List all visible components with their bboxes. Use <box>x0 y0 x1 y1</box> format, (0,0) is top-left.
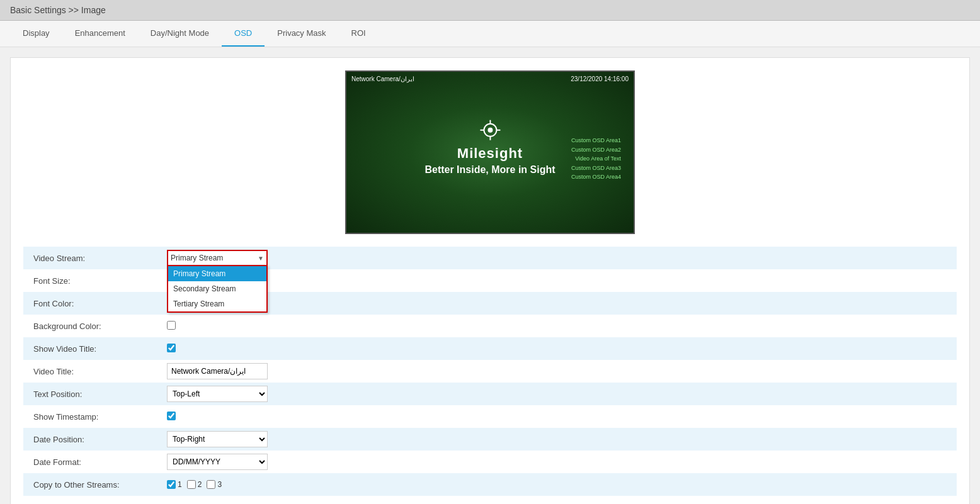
copy-streams-row: Copy to Other Streams: 1 2 3 <box>23 473 957 496</box>
copy-stream-3-label: 3 <box>207 480 222 489</box>
background-color-row: Background Color: <box>23 315 957 337</box>
tabs-bar: Display Enhancement Day/Night Mode OSD P… <box>0 21 980 47</box>
content-area: Network Camera/ایران 23/12/2020 14:16:00… <box>10 57 970 504</box>
tab-roi[interactable]: ROI <box>339 21 379 47</box>
font-size-label: Font Size: <box>23 272 162 289</box>
text-position-control: Top-Left Top-Right Bottom-Left Bottom-Ri… <box>162 383 957 405</box>
osd-overlay-items: Custom OSD Area1 Custom OSD Area2 Video … <box>571 136 621 181</box>
milesight-logo-icon <box>477 118 503 143</box>
tab-privacymask[interactable]: Privacy Mask <box>265 21 338 47</box>
osd-item-2: Custom OSD Area2 <box>571 145 621 154</box>
date-position-label: Date Position: <box>23 431 162 448</box>
video-title-label: Video Title: <box>23 363 162 380</box>
video-stream-row: Video Stream: Primary Stream ▼ Primary S… <box>23 247 957 269</box>
video-stream-label: Video Stream: <box>23 250 162 267</box>
background-color-control <box>162 318 957 334</box>
camera-tagline: Better Inside, More in Sight <box>424 164 555 176</box>
copy-stream-1-text: 1 <box>178 480 182 489</box>
osd-item-4: Custom OSD Area3 <box>571 164 621 172</box>
breadcrumb: Basic Settings >> Image <box>0 0 980 21</box>
dropdown-arrow-icon: ▼ <box>258 255 264 262</box>
date-format-label: Date Format: <box>23 454 162 471</box>
show-video-title-control <box>162 341 957 357</box>
text-position-row: Text Position: Top-Left Top-Right Bottom… <box>23 383 957 405</box>
color-picker-row <box>167 296 952 310</box>
font-size-row: Font Size: Small Medium Large <box>23 269 957 292</box>
date-format-control: DD/MM/YYYY MM/DD/YYYY YYYY/MM/DD <box>162 451 957 473</box>
copy-stream-1-label: 1 <box>167 480 182 489</box>
video-stream-selected-value: Primary Stream <box>171 254 223 262</box>
tab-enhancement[interactable]: Enhancement <box>62 21 138 47</box>
text-position-label: Text Position: <box>23 386 162 403</box>
copy-stream-1-checkbox[interactable] <box>167 480 176 489</box>
date-format-row: Date Format: DD/MM/YYYY MM/DD/YYYY YYYY/… <box>23 451 957 473</box>
camera-title-overlay: Network Camera/ایران <box>351 76 414 82</box>
show-timestamp-control <box>162 409 957 425</box>
copy-stream-3-text: 3 <box>217 480 222 489</box>
video-stream-select[interactable]: Primary Stream ▼ <box>167 250 268 266</box>
text-position-select[interactable]: Top-Left Top-Right Bottom-Left Bottom-Ri… <box>167 386 268 402</box>
copy-stream-3-checkbox[interactable] <box>207 480 215 489</box>
copy-streams-checkboxes: 1 2 3 <box>167 480 952 489</box>
osd-item-5: Custom OSD Area4 <box>571 172 621 181</box>
dropdown-option-secondary[interactable]: Secondary Stream <box>168 281 266 296</box>
date-position-select[interactable]: Top-Left Top-Right Bottom-Left Bottom-Ri… <box>167 431 268 447</box>
show-timestamp-label: Show Timestamp: <box>23 408 162 425</box>
camera-logo-area: Milesight Better Inside, More in Sight <box>424 118 555 176</box>
dropdown-option-tertiary[interactable]: Tertiary Stream <box>168 296 266 311</box>
copy-stream-2-label: 2 <box>187 480 202 489</box>
font-size-control: Small Medium Large <box>162 270 957 291</box>
svg-point-1 <box>487 128 493 133</box>
video-stream-dropdown-list: Primary Stream Secondary Stream Tertiary… <box>167 265 268 313</box>
camera-frame: Network Camera/ایران 23/12/2020 14:16:00… <box>345 70 635 234</box>
show-video-title-checkbox[interactable] <box>167 344 176 352</box>
show-video-title-label: Show Video Title: <box>23 340 162 357</box>
show-timestamp-checkbox[interactable] <box>167 412 176 420</box>
video-title-row: Video Title: <box>23 360 957 383</box>
font-color-control <box>162 294 957 313</box>
tab-display[interactable]: Display <box>10 21 62 47</box>
tab-daynight[interactable]: Day/Night Mode <box>138 21 222 47</box>
copy-stream-2-checkbox[interactable] <box>187 480 196 489</box>
copy-streams-label: Copy to Other Streams: <box>23 476 162 493</box>
date-format-select[interactable]: DD/MM/YYYY MM/DD/YYYY YYYY/MM/DD <box>167 454 268 470</box>
dropdown-option-primary[interactable]: Primary Stream <box>168 266 266 281</box>
background-color-checkbox[interactable] <box>167 321 176 330</box>
video-title-control <box>162 361 957 382</box>
font-color-row: Font Color: <box>23 292 957 315</box>
show-timestamp-row: Show Timestamp: <box>23 405 957 428</box>
milesight-logo-text: Milesight <box>457 145 523 162</box>
video-stream-dropdown-wrapper[interactable]: Primary Stream ▼ Primary Stream Secondar… <box>167 250 268 266</box>
settings-form: Video Stream: Primary Stream ▼ Primary S… <box>23 247 957 496</box>
tab-osd[interactable]: OSD <box>222 21 265 47</box>
camera-date-overlay: 23/12/2020 14:16:00 <box>571 76 629 82</box>
osd-item-1: Custom OSD Area1 <box>571 136 621 145</box>
background-color-label: Background Color: <box>23 318 162 335</box>
show-video-title-row: Show Video Title: <box>23 337 957 360</box>
camera-preview: Network Camera/ایران 23/12/2020 14:16:00… <box>23 70 957 234</box>
font-color-label: Font Color: <box>23 295 162 312</box>
copy-streams-control: 1 2 3 <box>162 478 957 491</box>
copy-stream-2-text: 2 <box>198 480 202 489</box>
date-position-control: Top-Left Top-Right Bottom-Left Bottom-Ri… <box>162 428 957 450</box>
date-position-row: Date Position: Top-Left Top-Right Bottom… <box>23 428 957 451</box>
video-stream-control: Primary Stream ▼ Primary Stream Secondar… <box>162 247 957 269</box>
osd-item-3: Video Area of Text <box>571 154 621 163</box>
video-title-input[interactable] <box>167 363 268 379</box>
